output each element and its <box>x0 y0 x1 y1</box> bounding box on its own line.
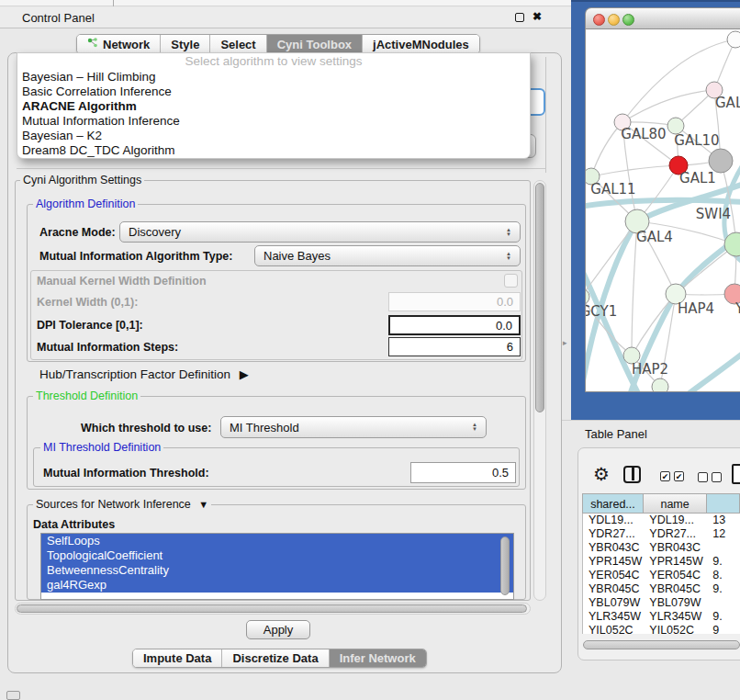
table-header: shared...name <box>582 493 740 514</box>
tab-cyni-toolbox[interactable]: Cyni Toolbox <box>267 35 363 53</box>
table-row[interactable]: YDR27...YDR27...12 <box>583 527 740 541</box>
bottom-tab-infer-network[interactable]: Infer Network <box>330 649 426 667</box>
tab-jactivemnodules[interactable]: jActiveMNodules <box>363 35 479 53</box>
cyni-settings-title: Cyni Algorithm Settings <box>20 174 144 186</box>
zoom-traffic-light[interactable] <box>622 14 634 26</box>
mi-type-select[interactable]: Naive Bayes ▲▼ <box>254 245 521 266</box>
sources-title[interactable]: Sources for Network Inference ▼ <box>33 498 211 511</box>
table-panel-title: Table Panel <box>585 427 647 441</box>
table-cell <box>707 596 740 610</box>
network-canvas[interactable]: GAL7GAL80GAL10GAL1GAL11SWI4GAL4GCY1HAP4Y… <box>585 29 740 392</box>
threshold-definition-title: Threshold Definition <box>33 390 140 402</box>
table-row[interactable]: YBL079WYBL079W <box>583 596 740 610</box>
attribute-item-topologicalcoefficient[interactable]: TopologicalCoefficient <box>41 548 513 563</box>
manual-kernel-checkbox[interactable] <box>504 274 518 288</box>
table-cell: YDR27... <box>583 527 644 541</box>
network-window-titlebar[interactable] <box>585 7 740 29</box>
network-edge <box>591 122 622 176</box>
floating-panel-icon[interactable] <box>6 691 20 700</box>
column-layout-icon[interactable] <box>623 466 641 483</box>
which-threshold-value: MI Threshold <box>230 421 299 435</box>
which-threshold-select[interactable]: MI Threshold ▲▼ <box>220 416 487 438</box>
mi-threshold-input[interactable]: 0.5 <box>410 462 516 483</box>
table-cell: YBR045C <box>583 582 644 596</box>
algorithm-option-bayesian-k2[interactable]: Bayesian – K2 <box>17 129 530 143</box>
attr-list-scrollbar[interactable] <box>500 536 510 595</box>
bottom-tab-discretize-data[interactable]: Discretize Data <box>222 649 329 667</box>
stepper-icon: ▲▼ <box>472 423 477 432</box>
algorithm-option-bayesian-hill-climbing[interactable]: Bayesian – Hill Climbing <box>17 70 530 85</box>
unchecked-checkbox-icon[interactable] <box>712 472 722 482</box>
bottom-tab-impute-data[interactable]: Impute Data <box>133 649 222 667</box>
network-node-label: GAL4 <box>636 229 673 245</box>
network-node-item[interactable] <box>727 31 740 48</box>
dpi-tolerance-value: 0.0 <box>496 319 512 333</box>
attribute-item-betweennesscentrality[interactable]: BetweennessCentrality <box>41 563 513 578</box>
algorithm-option-mutual-information-inference[interactable]: Mutual Information Inference <box>17 114 530 129</box>
table-cell: YLR345W <box>644 610 707 624</box>
bottom-tab-label: Impute Data <box>143 651 211 665</box>
algorithm-option-dream8-dc-tdc-algorithm[interactable]: Dream8 DC_TDC Algorithm <box>17 143 530 158</box>
algorithm-option-aracne-algorithm[interactable]: ARACNE Algorithm <box>17 99 530 114</box>
unchecked-checkbox-icon[interactable] <box>698 472 708 482</box>
panel-toggle-arrow-icon[interactable]: ▸ <box>563 338 567 347</box>
settings-vscroll-thumb[interactable] <box>535 183 544 412</box>
table-cell: 8. <box>707 569 740 582</box>
checked-checkbox-icon[interactable]: ✔ <box>674 471 684 481</box>
table-row[interactable]: YER054CYER054C8. <box>583 569 740 582</box>
tab-label: Network <box>103 38 150 51</box>
network-node-label: GAL80 <box>621 126 666 142</box>
top-strip <box>0 0 571 6</box>
kernel-width-input[interactable]: 0.0 <box>388 292 521 311</box>
close-traffic-light[interactable] <box>593 14 605 26</box>
control-panel-header: Control Panel ✖ <box>0 7 571 28</box>
table-row[interactable]: YDL19...YDL19...13 <box>583 514 740 527</box>
data-attributes-list[interactable]: SelfLoopsTopologicalCoefficientBetweenne… <box>40 533 514 600</box>
dpi-tolerance-input[interactable]: 0.0 <box>388 315 521 335</box>
minimize-traffic-light[interactable] <box>608 14 620 26</box>
aracne-mode-select[interactable]: Discovery ▲▼ <box>119 221 521 243</box>
table-row[interactable]: YPR145WYPR145W9. <box>583 555 740 569</box>
close-icon[interactable]: ✖ <box>533 10 542 23</box>
apply-button[interactable]: Apply <box>246 620 310 639</box>
column-header-name[interactable]: name <box>644 493 707 514</box>
aracne-mode-label: Aracne Mode: <box>39 226 116 239</box>
settings-hscroll-thumb[interactable] <box>17 604 527 613</box>
document-icon[interactable] <box>732 464 740 484</box>
gear-icon[interactable]: ⚙ <box>593 463 610 485</box>
kernel-width-label: Kernel Width (0,1): <box>37 296 138 309</box>
table-hscroll-thumb[interactable] <box>583 640 740 649</box>
attribute-item-selfloops[interactable]: SelfLoops <box>41 534 513 548</box>
float-icon[interactable] <box>515 13 524 22</box>
tab-network[interactable]: Network <box>77 35 161 53</box>
network-node-item[interactable] <box>652 378 668 392</box>
table-cell: YPR145W <box>644 555 707 569</box>
table-row[interactable]: YBR043CYBR043C <box>583 541 740 555</box>
table-cell: 13 <box>707 514 740 527</box>
checked-checkbox-icon[interactable]: ✔ <box>660 471 670 481</box>
table-cell: 9. <box>707 582 740 596</box>
column-header-shared[interactable]: shared... <box>582 493 644 514</box>
disclosure-arrow-icon[interactable]: ▶ <box>240 367 249 381</box>
network-node-label: GAL11 <box>590 181 635 198</box>
top-strip-tick <box>113 0 114 6</box>
algorithm-option-basic-correlation-inference[interactable]: Basic Correlation Inference <box>17 85 530 99</box>
column-header-item[interactable] <box>707 493 740 514</box>
data-attributes-label: Data Attributes <box>33 518 115 531</box>
hub-section-label[interactable]: Hub/Transcription Factor Definition ▶ <box>39 367 249 381</box>
tab-style[interactable]: Style <box>161 35 210 53</box>
attribute-item-gal4rgexp[interactable]: gal4RGexp <box>41 578 513 593</box>
network-node-label: SWI4 <box>696 206 731 222</box>
table-row[interactable]: YLR345WYLR345W9. <box>583 610 740 624</box>
table-cell: YIL052C <box>583 624 644 634</box>
expand-arrow-icon[interactable]: ▼ <box>198 499 208 510</box>
network-edge <box>622 90 714 122</box>
tab-select[interactable]: Select <box>210 35 266 53</box>
table-row[interactable]: YIL052CYIL052C9 <box>583 624 740 634</box>
which-threshold-label: Which threshold to use: <box>81 422 211 435</box>
mi-steps-input[interactable]: 6 <box>388 337 521 356</box>
table-row[interactable]: YBR045CYBR045C9. <box>583 582 740 596</box>
table-cell: YBR043C <box>644 541 707 555</box>
stepper-icon: ▲▼ <box>506 228 511 237</box>
table-cell: YBR043C <box>583 541 644 555</box>
